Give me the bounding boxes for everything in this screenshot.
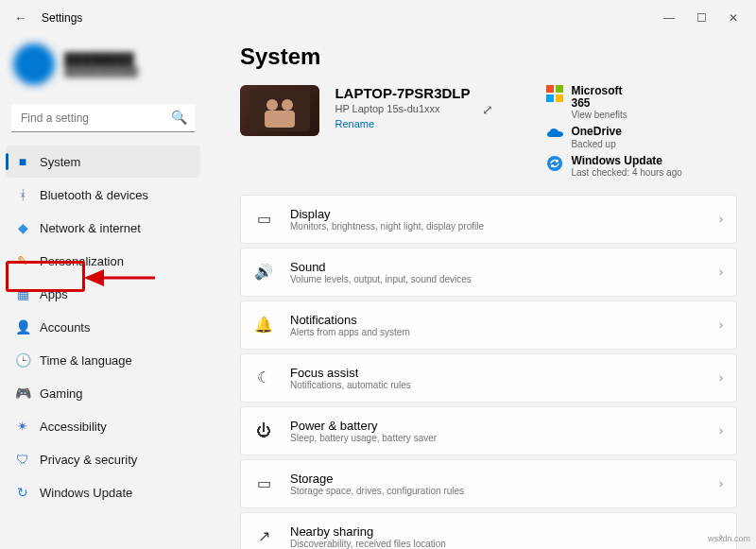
- onedrive-icon: [546, 126, 563, 143]
- svg-point-2: [266, 99, 278, 111]
- search-input[interactable]: [11, 104, 195, 132]
- card-subtitle: Alerts from apps and system: [290, 327, 702, 337]
- sidebar-item-label: Gaming: [40, 386, 83, 401]
- card-subtitle: Discoverability, received files location: [290, 539, 702, 549]
- titlebar: ← Settings — ☐ ✕: [0, 0, 756, 36]
- sidebar-item-accessibility[interactable]: ✴Accessibility: [6, 410, 200, 442]
- sidebar-item-network-internet[interactable]: ◆Network & internet: [6, 212, 200, 244]
- sidebar-item-bluetooth-devices[interactable]: ᚼBluetooth & devices: [6, 179, 200, 211]
- device-info: LAPTOP-7PSR3DLP HP Laptop 15s-du1xxx Ren…: [335, 85, 505, 131]
- maximize-button[interactable]: ☐: [692, 11, 711, 25]
- device-hero: LAPTOP-7PSR3DLP HP Laptop 15s-du1xxx Ren…: [240, 85, 737, 178]
- nav-icon: ↻: [15, 485, 30, 500]
- search-icon: 🔍: [171, 110, 187, 125]
- card-display[interactable]: ▭DisplayMonitors, brightness, night ligh…: [240, 195, 737, 244]
- chevron-right-icon: ›: [719, 318, 723, 332]
- nav-icon: 🎮: [15, 386, 30, 401]
- device-thumbnail: [240, 85, 319, 136]
- sidebar-item-label: Accounts: [40, 320, 90, 335]
- svg-rect-7: [546, 94, 554, 102]
- ms365-icon: [546, 85, 563, 102]
- sidebar-item-label: Windows Update: [40, 486, 132, 500]
- sidebar-item-label: Time & language: [40, 353, 132, 368]
- card-subtitle: Notifications, automatic rules: [290, 380, 702, 390]
- card-title: Power & battery: [290, 419, 702, 433]
- minimize-button[interactable]: —: [660, 11, 679, 25]
- rotate-icon[interactable]: ⤢: [482, 102, 493, 117]
- service-subtitle: Last checked: 4 hours ago: [571, 167, 681, 178]
- services: Microsoft 365View benefitsOneDriveBacked…: [546, 85, 737, 178]
- card-notifications[interactable]: 🔔NotificationsAlerts from apps and syste…: [240, 300, 737, 350]
- sidebar-item-gaming[interactable]: 🎮Gaming: [6, 377, 200, 409]
- card-focus-assist[interactable]: ☾Focus assistNotifications, automatic ru…: [240, 353, 737, 403]
- rename-link[interactable]: Rename: [335, 118, 374, 129]
- user-email: ███████████: [64, 66, 138, 77]
- chevron-right-icon: ›: [719, 477, 723, 490]
- watermark: wsxdn.com: [708, 534, 750, 543]
- card-title: Sound: [290, 260, 702, 274]
- sidebar-item-label: Accessibility: [40, 420, 107, 434]
- card-title: Nearby sharing: [290, 524, 702, 539]
- service-wu[interactable]: Windows UpdateLast checked: 4 hours ago: [546, 155, 735, 178]
- nav-icon: ◆: [15, 220, 30, 235]
- user-block[interactable]: ████████ ███████████: [6, 38, 200, 98]
- card-subtitle: Volume levels, output, input, sound devi…: [290, 274, 702, 284]
- device-name: LAPTOP-7PSR3DLP: [335, 85, 505, 101]
- main: System LAPTOP-7PSR3DLP HP Laptop 15s-du1…: [217, 38, 750, 549]
- app-title: Settings: [42, 11, 82, 25]
- svg-rect-6: [556, 85, 563, 93]
- sidebar-item-label: Bluetooth & devices: [40, 188, 148, 202]
- chevron-right-icon: ›: [719, 213, 723, 226]
- nav-icon: 👤: [15, 319, 30, 335]
- service-ms365[interactable]: Microsoft 365View benefits: [546, 85, 641, 120]
- settings-cards: ▭DisplayMonitors, brightness, night ligh…: [240, 195, 737, 549]
- annotation-arrow: [83, 266, 159, 289]
- sidebar-item-label: Privacy & security: [40, 453, 137, 467]
- sidebar-item-label: System: [40, 155, 80, 169]
- nav-icon: ✴: [15, 419, 30, 434]
- card-sound[interactable]: 🔊SoundVolume levels, output, input, soun…: [240, 248, 737, 297]
- service-subtitle: Backed up: [571, 139, 621, 149]
- sidebar-item-privacy-security[interactable]: 🛡Privacy & security: [6, 443, 200, 475]
- page-title: System: [240, 43, 737, 70]
- card-nearby-sharing[interactable]: ↗Nearby sharingDiscoverability, received…: [240, 512, 737, 549]
- sidebar-item-label: Network & internet: [40, 221, 141, 235]
- card-power-battery[interactable]: ⏻Power & batterySleep, battery usage, ba…: [240, 406, 737, 455]
- sidebar-item-time-language[interactable]: 🕒Time & language: [6, 344, 200, 376]
- card-icon: ▭: [254, 474, 273, 492]
- service-onedrive[interactable]: OneDriveBacked up: [546, 126, 641, 148]
- card-subtitle: Storage space, drives, configuration rul…: [290, 486, 702, 496]
- window-controls: — ☐ ✕: [660, 11, 748, 25]
- card-icon: ↗: [254, 527, 273, 545]
- nav-icon: ■: [15, 154, 30, 169]
- card-icon: ☾: [254, 369, 273, 386]
- card-title: Notifications: [290, 313, 702, 327]
- chevron-right-icon: ›: [719, 266, 723, 279]
- card-subtitle: Monitors, brightness, night light, displ…: [290, 221, 702, 232]
- chevron-right-icon: ›: [719, 371, 723, 385]
- sidebar-item-system[interactable]: ■System: [6, 146, 200, 178]
- user-name: ████████: [64, 52, 138, 66]
- sidebar-item-accounts[interactable]: 👤Accounts: [6, 311, 200, 343]
- wu-icon: [546, 155, 563, 172]
- svg-point-3: [282, 99, 293, 111]
- device-model: HP Laptop 15s-du1xxx: [335, 103, 505, 114]
- back-button[interactable]: ←: [8, 5, 34, 31]
- svg-point-9: [547, 156, 562, 171]
- card-icon: 🔊: [254, 263, 273, 281]
- nav-icon: 🕒: [15, 352, 30, 368]
- close-button[interactable]: ✕: [724, 11, 743, 25]
- svg-rect-5: [546, 85, 554, 93]
- nav-icon: ᚼ: [15, 187, 30, 202]
- card-icon: ⏻: [254, 422, 273, 439]
- nav-icon: ▦: [15, 286, 30, 301]
- card-storage[interactable]: ▭StorageStorage space, drives, configura…: [240, 459, 737, 508]
- service-title: OneDrive: [571, 126, 621, 138]
- search-wrap: 🔍: [11, 104, 195, 132]
- card-title: Display: [290, 207, 702, 221]
- card-subtitle: Sleep, battery usage, battery saver: [290, 433, 702, 443]
- service-title: Microsoft 365: [571, 85, 641, 110]
- sidebar-item-windows-update[interactable]: ↻Windows Update: [6, 476, 200, 508]
- service-subtitle: View benefits: [571, 110, 641, 120]
- avatar: [13, 43, 55, 85]
